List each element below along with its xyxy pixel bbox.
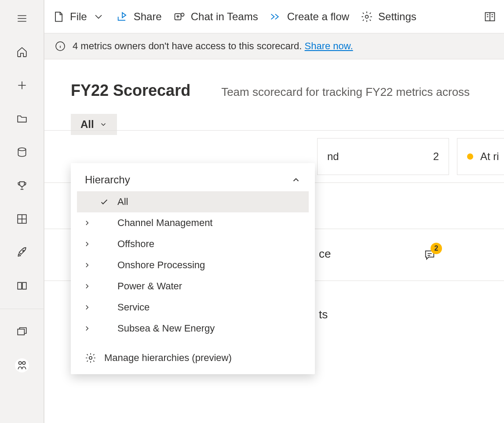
chevron-right-icon — [83, 219, 91, 227]
hierarchy-item-label: Onshore Processing — [117, 259, 303, 271]
folder-icon[interactable] — [11, 108, 33, 129]
chevron-down-icon — [92, 11, 105, 23]
info-icon — [55, 41, 66, 51]
page-title: FY22 Scorecard — [71, 81, 190, 100]
chevron-right-icon — [83, 261, 91, 269]
status-dot-yellow — [467, 153, 473, 160]
manage-hierarchies-label: Manage hierarchies (preview) — [104, 352, 232, 364]
status-count: 2 — [433, 150, 439, 163]
rail-divider — [0, 309, 44, 309]
apps-icon[interactable] — [11, 208, 33, 230]
home-icon[interactable] — [11, 41, 33, 62]
comment-count-badge: 2 — [431, 243, 442, 254]
hierarchy-item[interactable]: Service — [77, 297, 309, 318]
chevron-right-icon — [83, 303, 91, 311]
metric-name-fragment: ce — [319, 247, 331, 261]
hierarchy-item-label: Channel Management — [117, 217, 303, 229]
file-label: File — [70, 11, 87, 23]
hierarchy-item[interactable]: Channel Management — [77, 212, 309, 233]
chevron-right-icon — [83, 325, 91, 332]
dropdown-header[interactable]: Hierarchy — [77, 174, 309, 191]
status-card[interactable]: nd 2 — [317, 138, 449, 175]
plus-icon[interactable] — [11, 75, 33, 96]
svg-point-7 — [181, 13, 184, 16]
svg-point-5 — [22, 361, 26, 365]
svg-rect-3 — [18, 329, 24, 335]
main-area: File Share Chat in Teams Create a flow S… — [44, 0, 504, 423]
learn-icon[interactable] — [11, 275, 33, 296]
hierarchy-item-label: Offshore — [117, 238, 303, 250]
chat-teams-button[interactable]: Chat in Teams — [173, 11, 258, 23]
filter-chip-label: All — [80, 118, 94, 131]
settings-label: Settings — [378, 11, 416, 23]
hierarchy-item[interactable]: Offshore — [77, 233, 309, 255]
create-flow-button[interactable]: Create a flow — [270, 11, 349, 23]
chevron-right-icon — [83, 282, 91, 290]
trophy-icon[interactable] — [11, 175, 33, 196]
hierarchy-item[interactable]: Onshore Processing — [77, 255, 309, 276]
chevron-up-icon — [291, 175, 301, 185]
check-icon — [99, 197, 110, 207]
left-navigation-rail — [0, 0, 44, 423]
svg-point-4 — [18, 361, 22, 365]
hierarchy-item[interactable]: Subsea & New Energy — [77, 318, 309, 339]
reading-view-icon[interactable] — [484, 11, 496, 23]
share-button[interactable]: Share — [116, 11, 162, 23]
status-card-at-risk[interactable]: At ri — [457, 138, 504, 175]
gear-icon — [85, 352, 96, 364]
access-notice-bar: 4 metrics owners don't have access to th… — [44, 33, 504, 59]
workspaces-icon[interactable] — [11, 321, 33, 343]
svg-point-8 — [365, 15, 369, 18]
status-label-fragment: At ri — [480, 150, 499, 163]
rocket-icon[interactable] — [11, 242, 33, 263]
hierarchy-dropdown: Hierarchy AllChannel ManagementOffshoreO… — [71, 163, 315, 374]
share-now-link[interactable]: Share now. — [305, 40, 353, 51]
hierarchy-item-label: All — [117, 196, 303, 208]
hamburger-menu-icon[interactable] — [11, 8, 33, 29]
page-subtitle: Team scorecard for tracking FY22 metrics… — [221, 85, 470, 99]
hierarchy-item-label: Power & Water — [117, 281, 303, 292]
hierarchy-item-label: Subsea & New Energy — [117, 323, 303, 334]
top-toolbar: File Share Chat in Teams Create a flow S… — [44, 0, 504, 33]
flow-label: Create a flow — [287, 11, 349, 23]
manage-hierarchies-button[interactable]: Manage hierarchies (preview) — [77, 339, 309, 364]
scorecard-content: FY22 Scorecard Team scorecard for tracki… — [44, 59, 504, 135]
share-label: Share — [134, 11, 162, 23]
hierarchy-item[interactable]: All — [77, 191, 309, 212]
metric-name-fragment: ts — [319, 308, 328, 321]
chat-label: Chat in Teams — [191, 11, 258, 23]
comment-indicator[interactable]: 2 — [424, 249, 436, 261]
svg-point-11 — [89, 357, 92, 360]
hierarchy-item-label: Service — [117, 302, 303, 313]
hierarchy-item[interactable]: Power & Water — [77, 276, 309, 297]
datahub-icon[interactable] — [11, 142, 33, 163]
chevron-down-icon — [99, 120, 107, 128]
status-label-fragment: nd — [327, 150, 339, 163]
dropdown-title: Hierarchy — [85, 174, 130, 186]
settings-button[interactable]: Settings — [361, 11, 416, 23]
workspace-people-icon[interactable] — [11, 355, 33, 376]
file-menu[interactable]: File — [52, 11, 105, 23]
svg-point-2 — [22, 250, 24, 252]
svg-point-0 — [18, 148, 26, 151]
chevron-right-icon — [83, 240, 91, 248]
notice-text: 4 metrics owners don't have access to th… — [73, 40, 353, 52]
